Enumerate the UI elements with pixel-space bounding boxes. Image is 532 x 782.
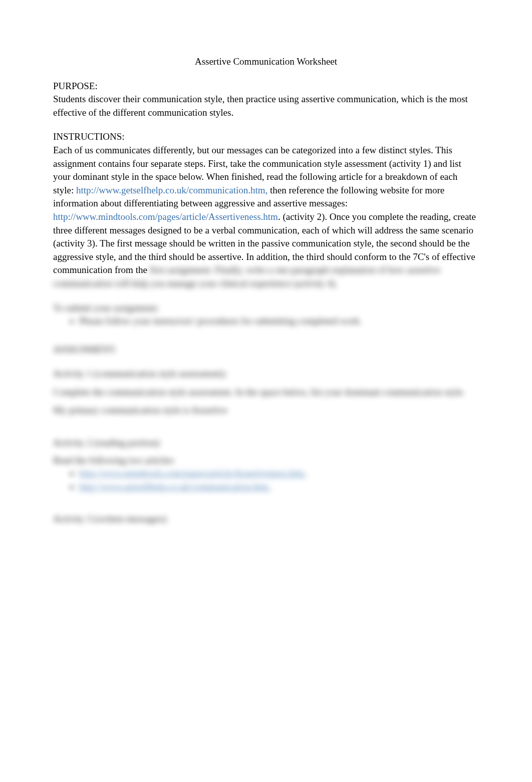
- activity2-links: http://www.mindtools.com/pages/article/A…: [53, 467, 479, 493]
- activity2-link-item-2: http://www.getselfhelp.co.uk/communicati…: [79, 480, 479, 494]
- activity2-link-item-1: http://www.mindtools.com/pages/article/A…: [79, 467, 479, 480]
- getselfhelp-link[interactable]: http://www.getselfhelp.co.uk/communicati…: [76, 185, 268, 195]
- instructions-body: Each of us communicates differently, but…: [53, 144, 479, 291]
- activity2-getselfhelp-link[interactable]: http://www.getselfhelp.co.uk/communicati…: [79, 481, 271, 492]
- purpose-body: Students discover their communication st…: [53, 93, 479, 119]
- assignment-heading: ASSIGNMENT:: [53, 343, 479, 357]
- activity1-heading: Activity 1 (communication style assessme…: [53, 367, 479, 381]
- activity1-answer: My primary communication style is Assert…: [53, 404, 479, 417]
- submit-bullet: Please follow your instructors' procedur…: [79, 315, 479, 328]
- page-title: Assertive Communication Worksheet: [53, 55, 479, 69]
- submit-list: Please follow your instructors' procedur…: [53, 315, 479, 328]
- mindtools-link[interactable]: http://www.mindtools.com/pages/article/A…: [53, 211, 278, 222]
- instructions-heading: INSTRUCTIONS:: [53, 130, 479, 144]
- activity2-heading: Activity 2 (reading portion):: [53, 436, 479, 450]
- activity2-body: Read the following two articles:: [53, 454, 479, 467]
- document-page: Assertive Communication Worksheet PURPOS…: [0, 0, 532, 576]
- activity2-mindtools-link[interactable]: http://www.mindtools.com/pages/article/A…: [79, 468, 307, 478]
- activity3-heading: Activity 3 (written messages):: [53, 512, 479, 526]
- submit-heading: To submit your assignment:: [53, 302, 479, 315]
- activity1-body: Complete the communication style assessm…: [53, 386, 479, 399]
- purpose-heading: PURPOSE:: [53, 80, 479, 93]
- blurred-region: To submit your assignment: Please follow…: [53, 302, 479, 527]
